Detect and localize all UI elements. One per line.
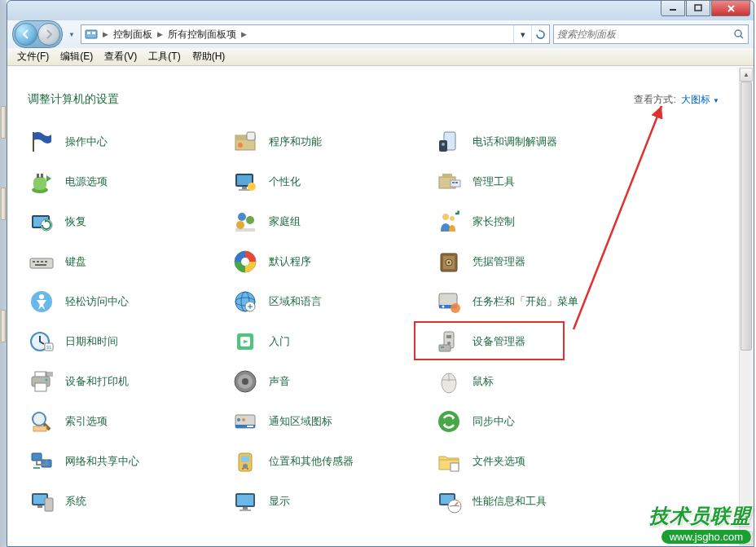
address-dropdown[interactable]: ▾: [513, 25, 531, 43]
breadcrumb-current[interactable]: 所有控制面板项: [165, 28, 240, 42]
svg-rect-39: [41, 261, 43, 262]
svg-point-49: [39, 294, 44, 299]
search-input[interactable]: [557, 29, 733, 40]
cp-item-label: 轻松访问中心: [65, 294, 129, 309]
svg-point-57: [451, 303, 460, 313]
cp-item-personalization[interactable]: 个性化: [226, 161, 430, 201]
svg-rect-78: [33, 426, 46, 431]
breadcrumb-root[interactable]: 控制面板: [110, 28, 156, 42]
search-icon: [28, 408, 55, 435]
svg-rect-88: [241, 456, 249, 462]
cp-item-admin-tools[interactable]: 管理工具: [430, 161, 634, 201]
svg-point-5: [735, 30, 741, 37]
cp-item-location-sensors[interactable]: 位置和其他传感器: [226, 441, 430, 481]
cp-item-indexing-options[interactable]: 索引选项: [23, 401, 226, 441]
cp-item-recovery[interactable]: 恢复: [23, 201, 226, 241]
svg-rect-4: [92, 32, 95, 34]
network-icon: [28, 448, 55, 475]
display-icon: [231, 487, 259, 515]
menu-tools[interactable]: 工具(T): [143, 48, 185, 65]
people-icon: [231, 208, 259, 236]
close-button[interactable]: [711, 0, 750, 16]
cp-item-homegroup[interactable]: 家庭组: [226, 201, 430, 241]
cp-item-taskbar-start[interactable]: 任务栏和「开始」菜单: [430, 281, 634, 321]
cp-item-getting-started[interactable]: 入门: [226, 321, 430, 361]
search-box[interactable]: [553, 24, 749, 44]
cp-item-sound[interactable]: 声音: [226, 361, 430, 401]
cp-item-label: 日期和时间: [65, 334, 118, 349]
svg-rect-37: [33, 261, 35, 262]
device-icon: [435, 328, 463, 355]
scroll-thumb[interactable]: [741, 82, 752, 351]
menu-view[interactable]: 查看(V): [99, 48, 142, 65]
refresh-button[interactable]: [531, 25, 549, 43]
cp-item-label: 同步中心: [472, 414, 515, 429]
svg-rect-0: [670, 9, 676, 11]
search-icon[interactable]: [733, 29, 745, 40]
back-button[interactable]: [15, 23, 37, 46]
view-by-dropdown[interactable]: 大图标 ▼: [681, 93, 719, 107]
phone-icon: [435, 128, 463, 156]
cp-item-action-center[interactable]: 操作中心: [23, 121, 226, 161]
svg-rect-15: [37, 174, 39, 178]
cp-item-keyboard[interactable]: 键盘: [23, 241, 226, 281]
cp-item-system[interactable]: 系统: [23, 481, 226, 521]
tools-icon: [435, 168, 463, 196]
maximize-button[interactable]: [686, 0, 710, 16]
vertical-scrollbar[interactable]: ▲ ▼: [739, 68, 753, 545]
cp-item-performance-info[interactable]: 性能信息和工具: [430, 481, 634, 521]
cp-item-devices-printers[interactable]: 设备和打印机: [23, 361, 226, 401]
cp-item-date-time[interactable]: 31日期和时间: [23, 321, 226, 361]
cp-item-region-language[interactable]: 区域和语言: [226, 281, 430, 321]
nav-history-dropdown[interactable]: ▼: [66, 31, 77, 38]
start-icon: [231, 328, 259, 355]
cp-item-notification-icons[interactable]: 通知区域图标: [226, 401, 430, 441]
cp-item-label: 家长控制: [472, 214, 515, 229]
cp-item-label: 任务栏和「开始」菜单: [472, 294, 578, 309]
cp-item-label: 索引选项: [65, 414, 108, 429]
cp-item-parental-controls[interactable]: 家长控制: [430, 201, 634, 241]
breadcrumb-sep[interactable]: ▶: [156, 30, 165, 38]
cp-item-credential-manager[interactable]: 凭据管理器: [430, 241, 634, 281]
minimize-button[interactable]: [661, 0, 685, 16]
control-panel-window: ▼ ▶ 控制面板 ▶ 所有控制面板项 ▶ ▾ 文件(F) 编辑(E) 查看(V): [7, 0, 754, 547]
cp-item-power-options[interactable]: 电源选项: [23, 161, 226, 201]
cp-item-label: 电话和调制解调器: [472, 135, 557, 149]
view-by: 查看方式: 大图标 ▼: [634, 93, 719, 107]
svg-rect-3: [87, 32, 90, 34]
menu-edit[interactable]: 编辑(E): [55, 48, 98, 65]
cp-item-phone-modem[interactable]: 电话和调制解调器: [430, 121, 634, 161]
cp-item-folder-options[interactable]: 文件夹选项: [430, 441, 634, 481]
address-bar[interactable]: ▶ 控制面板 ▶ 所有控制面板项 ▶ ▾: [81, 24, 550, 44]
svg-rect-40: [45, 261, 47, 262]
svg-rect-26: [455, 182, 458, 183]
menu-help[interactable]: 帮助(H): [187, 48, 231, 65]
svg-rect-41: [35, 264, 46, 266]
forward-button[interactable]: [37, 23, 60, 46]
cp-item-sync-center[interactable]: 同步中心: [430, 401, 634, 441]
svg-point-21: [248, 183, 256, 191]
scroll-up-button[interactable]: ▲: [740, 68, 753, 82]
cp-item-default-programs[interactable]: 默认程序: [226, 241, 430, 281]
location-icon: [231, 448, 259, 475]
svg-text:31: 31: [46, 345, 52, 350]
breadcrumb-sep[interactable]: ▶: [240, 30, 248, 38]
svg-point-83: [242, 418, 245, 421]
cp-item-display[interactable]: 显示: [226, 481, 430, 521]
menu-file[interactable]: 文件(F): [12, 48, 54, 65]
cp-item-label: 声音: [269, 374, 290, 389]
svg-rect-1: [695, 5, 701, 11]
svg-point-65: [447, 342, 451, 345]
cp-item-device-manager[interactable]: 设备管理器: [430, 321, 634, 361]
navigation-row: ▼ ▶ 控制面板 ▶ 所有控制面板项 ▶ ▾: [7, 20, 754, 48]
cp-item-network-sharing[interactable]: 网络和共享中心: [23, 441, 226, 481]
breadcrumb-sep[interactable]: ▶: [101, 30, 110, 38]
battery-icon: [28, 168, 55, 196]
cp-item-ease-of-access[interactable]: 轻松访问中心: [23, 281, 226, 321]
globe-icon: [231, 288, 259, 315]
svg-rect-95: [37, 505, 42, 508]
keyboard-icon: [28, 248, 55, 276]
cp-item-mouse[interactable]: 鼠标: [430, 361, 634, 401]
svg-rect-70: [35, 383, 46, 391]
cp-item-programs-features[interactable]: 程序和功能: [226, 121, 430, 161]
